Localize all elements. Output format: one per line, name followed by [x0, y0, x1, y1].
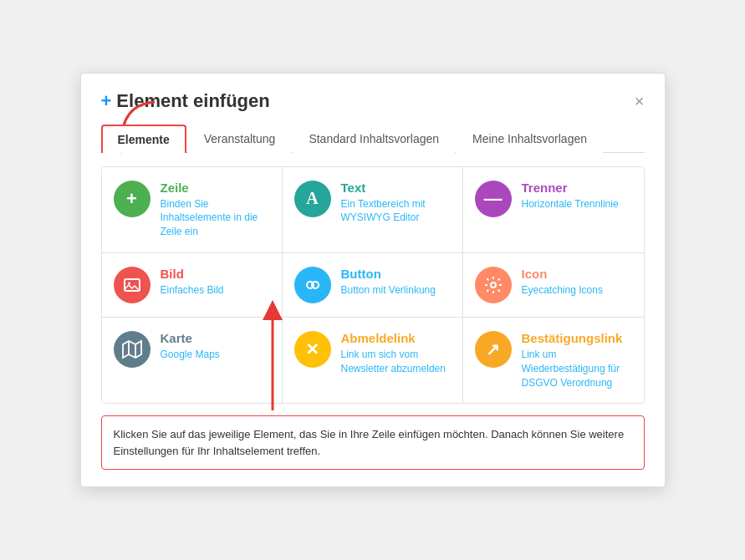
- grid-item-trenner[interactable]: — Trenner Horizontale Trennlinie: [463, 167, 644, 253]
- icon-title: Icon: [522, 267, 632, 281]
- bestaetigungslink-text: Bestätigungslink Link um Wiederbestätigu…: [522, 331, 632, 389]
- modal-header: + Element einfügen ×: [101, 90, 645, 112]
- button-icon: [294, 267, 331, 303]
- abmeldelink-icon: ✕: [294, 331, 331, 368]
- text-text: Text Ein Textbereich mit WYSIWYG Editor: [341, 181, 451, 226]
- zeile-text: Zeile Binden Sie Inhaltselemente in die …: [161, 181, 270, 239]
- tab-meine-inhaltsvorlagen[interactable]: Meine Inhaltsvorlagen: [457, 125, 603, 153]
- grid-item-zeile[interactable]: + Zeile Binden Sie Inhaltselemente in di…: [102, 167, 283, 253]
- text-title: Text: [341, 181, 451, 195]
- tab-bar: Elemente Veranstaltung Standard Inhaltsv…: [101, 124, 645, 153]
- karte-title: Karte: [161, 331, 270, 345]
- karte-icon: [114, 331, 151, 368]
- info-text: Klicken Sie auf das jeweilige Element, d…: [114, 428, 625, 457]
- trenner-icon: —: [475, 181, 512, 217]
- grid-container: + Zeile Binden Sie Inhaltselemente in di…: [101, 166, 645, 405]
- bild-icon: [114, 267, 151, 303]
- bestaetigungslink-icon: ↗: [475, 331, 512, 368]
- grid-item-karte[interactable]: Karte Google Maps: [102, 318, 283, 403]
- tab-standard-inhaltsvorlagen[interactable]: Standard Inhaltsvorlagen: [293, 125, 455, 153]
- trenner-title: Trenner: [522, 181, 632, 195]
- button-title: Button: [341, 267, 451, 281]
- icon-text: Icon Eyecatching Icons: [522, 267, 632, 298]
- grid-item-icon[interactable]: Icon Eyecatching Icons: [463, 253, 644, 318]
- icon-icon: [475, 267, 512, 303]
- grid-item-bild[interactable]: Bild Einfaches Bild: [102, 253, 283, 318]
- modal-title: + Element einfügen: [101, 90, 270, 112]
- bild-title: Bild: [161, 267, 270, 281]
- abmeldelink-desc: Link um sich vom Newsletter abzumelden: [341, 348, 451, 376]
- text-icon: A: [294, 181, 331, 217]
- button-desc: Button mit Verlinkung: [341, 283, 451, 298]
- bestaetigungslink-desc: Link um Wiederbestätigung für DSGVO Vero…: [522, 348, 632, 389]
- grid-item-text[interactable]: A Text Ein Textbereich mit WYSIWYG Edito…: [283, 167, 463, 253]
- icon-desc: Eyecatching Icons: [522, 283, 632, 298]
- modal-title-text: Element einfügen: [116, 90, 269, 112]
- bestaetigungslink-title: Bestätigungslink: [522, 331, 632, 345]
- abmeldelink-title: Abmeldelink: [341, 331, 451, 345]
- close-button[interactable]: ×: [635, 93, 645, 109]
- elements-grid: + Zeile Binden Sie Inhaltselemente in di…: [101, 166, 645, 405]
- trenner-text: Trenner Horizontale Trennlinie: [522, 181, 632, 211]
- svg-point-4: [491, 283, 496, 288]
- bild-text: Bild Einfaches Bild: [161, 267, 270, 298]
- grid-item-abmeldelink[interactable]: ✕ Abmeldelink Link um sich vom Newslette…: [283, 318, 463, 403]
- zeile-title: Zeile: [161, 181, 270, 195]
- tab-veranstaltung[interactable]: Veranstaltung: [188, 125, 292, 153]
- svg-point-1: [128, 283, 130, 285]
- zeile-icon: +: [114, 181, 151, 217]
- bild-desc: Einfaches Bild: [161, 283, 270, 298]
- button-text: Button Button mit Verlinkung: [341, 267, 451, 298]
- tab-elemente[interactable]: Elemente: [101, 125, 186, 153]
- svg-marker-5: [123, 341, 141, 358]
- grid-item-button[interactable]: Button Button mit Verlinkung: [283, 253, 463, 318]
- trenner-desc: Horizontale Trennlinie: [522, 197, 632, 211]
- zeile-desc: Binden Sie Inhaltselemente in die Zeile …: [161, 197, 270, 239]
- info-box: Klicken Sie auf das jeweilige Element, d…: [101, 415, 645, 470]
- karte-desc: Google Maps: [161, 348, 270, 362]
- abmeldelink-text: Abmeldelink Link um sich vom Newsletter …: [341, 331, 451, 376]
- karte-text: Karte Google Maps: [161, 331, 270, 362]
- grid-item-bestaetigungslink[interactable]: ↗ Bestätigungslink Link um Wiederbestäti…: [463, 318, 644, 403]
- plus-icon: +: [101, 90, 112, 112]
- insert-element-modal: + Element einfügen × Elemente Veranstalt…: [80, 73, 666, 488]
- text-desc: Ein Textbereich mit WYSIWYG Editor: [341, 197, 451, 226]
